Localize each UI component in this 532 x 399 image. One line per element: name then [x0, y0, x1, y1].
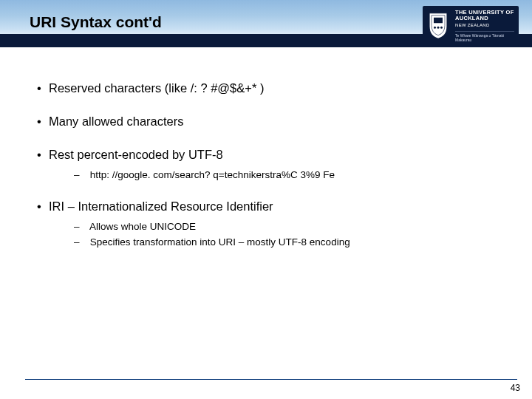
bullet-text: IRI – Internationalized Resource Identif…	[49, 200, 273, 214]
logo-nz: NEW ZEALAND	[455, 23, 514, 28]
sub-text: Allows whole UNICODE	[89, 221, 196, 232]
bullet-dot-icon: •	[30, 200, 49, 214]
logo-maori: Te Whare Wānanga o Tāmaki Makaurau	[455, 34, 514, 42]
header: URI Syntax cont'd THE UNIVERSITY OF AUCK…	[0, 0, 532, 53]
footer-rule	[25, 379, 517, 380]
list-item: • Many allowed characters	[30, 115, 502, 129]
bullet-list: • Reserved characters (like /: ? #@$&+* …	[30, 81, 502, 248]
sub-text: Specifies transformation into URI – most…	[90, 236, 350, 248]
bullet-text: Rest percent-encoded by UTF-8	[49, 148, 223, 162]
logo-line2: AUCKLAND	[455, 16, 514, 21]
svg-point-3	[440, 27, 443, 29]
bullet-dot-icon: •	[30, 148, 49, 162]
sub-list: – http: //google. com/search? q=technike…	[30, 169, 502, 180]
bullet-text: Many allowed characters	[49, 115, 184, 129]
logo-separator	[455, 31, 514, 32]
slide-title: URI Syntax cont'd	[30, 13, 162, 31]
university-logo: THE UNIVERSITY OF AUCKLAND NEW ZEALAND T…	[423, 6, 519, 46]
bullet-text: Reserved characters (like /: ? #@$&+* )	[49, 81, 264, 95]
content-area: • Reserved characters (like /: ? #@$&+* …	[30, 81, 502, 267]
svg-point-1	[434, 27, 436, 29]
list-item: • Reserved characters (like /: ? #@$&+* …	[30, 81, 502, 95]
logo-text: THE UNIVERSITY OF AUCKLAND NEW ZEALAND T…	[454, 6, 519, 46]
bullet-dot-icon: •	[30, 81, 49, 95]
slide: URI Syntax cont'd THE UNIVERSITY OF AUCK…	[0, 0, 532, 399]
sub-text: http: //google. com/search? q=technikers…	[90, 169, 335, 180]
sub-item: – Specifies transformation into URI – mo…	[74, 236, 502, 248]
sub-item: – Allows whole UNICODE	[74, 221, 502, 232]
svg-rect-0	[434, 18, 443, 24]
list-item: • Rest percent-encoded by UTF-8 – http: …	[30, 148, 502, 180]
dash-icon: –	[74, 169, 87, 180]
bullet-dot-icon: •	[30, 115, 49, 129]
crest-icon	[423, 6, 454, 46]
dash-icon: –	[74, 236, 87, 248]
sub-item: – http: //google. com/search? q=technike…	[74, 169, 502, 180]
page-number: 43	[511, 383, 520, 393]
svg-point-2	[437, 27, 440, 29]
list-item: • IRI – Internationalized Resource Ident…	[30, 200, 502, 248]
sub-list: – Allows whole UNICODE – Specifies trans…	[30, 221, 502, 248]
dash-icon: –	[74, 221, 87, 232]
